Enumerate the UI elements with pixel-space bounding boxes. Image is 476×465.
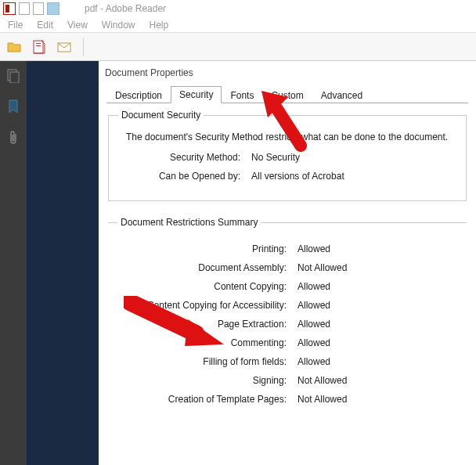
restriction-value: Allowed (298, 337, 330, 348)
menu-window[interactable]: Window (96, 18, 142, 32)
side-panel (0, 61, 27, 465)
restriction-row: Commenting:Allowed (117, 337, 457, 348)
tab-description[interactable]: Description (106, 87, 171, 103)
restriction-value: Allowed (298, 243, 330, 254)
attachment-icon[interactable] (8, 130, 19, 148)
email-button[interactable] (55, 38, 74, 56)
security-info-text: The document's Security Method restricts… (126, 132, 456, 142)
bookmark-icon[interactable] (8, 99, 19, 116)
restrictions-legend: Document Restrictions Summary (117, 217, 261, 228)
save-button[interactable] (30, 38, 49, 56)
restriction-label: Content Copying: (117, 281, 298, 292)
opened-by-value: All versions of Acrobat (251, 171, 344, 182)
restriction-label: Printing: (117, 243, 298, 254)
tab-security[interactable]: Security (171, 86, 222, 103)
restriction-row: Page Extraction:Allowed (117, 319, 457, 330)
toolbar (0, 33, 476, 61)
menu-file[interactable]: File (2, 18, 29, 32)
restriction-row: Printing:Allowed (117, 243, 457, 254)
restriction-label: Content Copying for Accessibility: (117, 300, 298, 311)
restriction-row: Document Assembly:Not Allowed (117, 262, 457, 273)
restriction-label: Creation of Template Pages: (117, 394, 298, 405)
restriction-row: Filling of form fields:Allowed (117, 356, 457, 367)
svg-rect-2 (36, 45, 41, 46)
document-icon (19, 2, 30, 15)
opened-by-row: Can be Opened by: All versions of Acroba… (118, 171, 456, 182)
tab-advanced[interactable]: Advanced (312, 87, 371, 103)
thumbnail-icon (47, 2, 60, 15)
security-method-value: No Security (251, 152, 300, 163)
restriction-row: Signing:Not Allowed (117, 375, 457, 386)
restrictions-group: Document Restrictions Summary Printing:A… (108, 217, 467, 424)
restriction-label: Filling of form fields: (117, 356, 298, 367)
svg-rect-1 (36, 43, 41, 44)
document-properties-dialog: Document Properties Description Security… (99, 61, 476, 465)
document-security-group: Document Security The document's Securit… (108, 110, 467, 201)
menubar: File Edit View Window Help (0, 17, 476, 33)
toolbar-separator (83, 38, 84, 56)
document-background (27, 61, 99, 465)
document-security-legend: Document Security (118, 110, 204, 121)
dialog-title: Document Properties (99, 61, 476, 85)
security-method-label: Security Method: (118, 152, 251, 163)
restriction-value: Allowed (298, 300, 330, 311)
security-method-row: Security Method: No Security (118, 152, 456, 163)
restriction-value: Allowed (298, 319, 330, 330)
restriction-value: Allowed (298, 356, 330, 367)
svg-rect-0 (34, 41, 43, 53)
restriction-label: Commenting: (117, 337, 298, 348)
opened-by-label: Can be Opened by: (118, 171, 251, 182)
tab-fonts[interactable]: Fonts (222, 87, 262, 103)
main-area: Document Properties Description Security… (0, 61, 476, 465)
titlebar: pdf - Adobe Reader (0, 0, 476, 17)
restriction-value: Not Allowed (298, 375, 347, 386)
tab-content-security: Document Security The document's Securit… (99, 103, 476, 445)
restriction-label: Document Assembly: (117, 262, 298, 273)
restriction-label: Signing: (117, 375, 298, 386)
menu-help[interactable]: Help (143, 18, 175, 32)
restriction-row: Content Copying for Accessibility:Allowe… (117, 300, 457, 311)
document-icon (33, 2, 44, 15)
restriction-row: Creation of Template Pages:Not Allowed (117, 394, 457, 405)
pages-icon[interactable] (7, 69, 20, 85)
tab-custom[interactable]: Custom (262, 87, 312, 103)
tabs: Description Security Fonts Custom Advanc… (106, 85, 468, 103)
restriction-label: Page Extraction: (117, 319, 298, 330)
open-button[interactable] (5, 38, 23, 56)
restriction-value: Not Allowed (298, 394, 347, 405)
restriction-value: Not Allowed (298, 262, 347, 273)
menu-view[interactable]: View (61, 18, 94, 32)
menu-edit[interactable]: Edit (31, 18, 60, 32)
restriction-value: Allowed (298, 281, 330, 292)
svg-rect-5 (10, 72, 19, 83)
adobe-reader-icon (3, 2, 16, 15)
window-title: pdf - Adobe Reader (85, 3, 166, 14)
restriction-row: Content Copying:Allowed (117, 281, 457, 292)
